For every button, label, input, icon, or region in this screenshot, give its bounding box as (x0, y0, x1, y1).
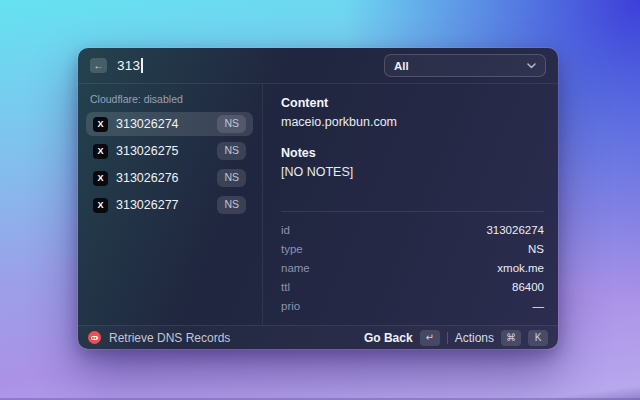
domain-favicon-icon: X (93, 171, 108, 186)
metadata-row: name xmok.me (281, 258, 544, 277)
record-id-label: 313026276 (116, 171, 179, 185)
metadata-label: prio (281, 300, 300, 312)
command-key-icon: ⌘ (501, 330, 521, 346)
text-cursor (141, 58, 143, 73)
metadata-value: 86400 (512, 281, 544, 293)
record-detail-panel: Content maceio.porkbun.com Notes [NO NOT… (263, 84, 558, 325)
main-body: Cloudflare: disabled X 313026274 NS X 31… (78, 84, 558, 325)
record-id-label: 313026274 (116, 117, 179, 131)
metadata-table: id 313026274 type NS name xmok.me ttl 86… (281, 211, 544, 325)
metadata-value: 313026274 (486, 224, 544, 236)
desktop-background: { "icons": { "back": "←", "return_key": … (0, 0, 640, 400)
filter-selected-value: All (394, 60, 409, 72)
footer-divider (447, 332, 448, 344)
back-button[interactable]: ← (90, 58, 107, 73)
footer-actions: Go Back ↵ Actions ⌘ K (364, 330, 548, 346)
list-item[interactable]: X 313026276 NS (86, 166, 253, 190)
return-key-icon: ↵ (420, 330, 440, 346)
metadata-row: prio — (281, 296, 544, 315)
actions-label: Actions (455, 331, 494, 345)
filter-dropdown[interactable]: All (384, 54, 546, 77)
list-section-title: Cloudflare: disabled (86, 90, 253, 112)
back-arrow-icon: ← (94, 61, 104, 71)
record-type-badge: NS (217, 115, 246, 133)
metadata-label: type (281, 243, 303, 255)
record-id-label: 313026275 (116, 144, 179, 158)
chevron-down-icon (527, 63, 536, 69)
list-item[interactable]: X 313026274 NS (86, 112, 253, 136)
action-bar: Retrieve DNS Records Go Back ↵ Actions ⌘… (78, 325, 558, 349)
record-type-badge: NS (217, 142, 246, 160)
metadata-label: id (281, 224, 290, 236)
metadata-label: name (281, 262, 310, 274)
metadata-label: ttl (281, 281, 290, 293)
domain-favicon-icon: X (93, 198, 108, 213)
porkbun-logo-icon (88, 331, 101, 344)
content-heading: Content (281, 96, 544, 110)
go-back-label: Go Back (364, 331, 413, 345)
notes-heading: Notes (281, 146, 544, 160)
dns-record-list: Cloudflare: disabled X 313026274 NS X 31… (78, 84, 263, 325)
raycast-window: ← 313 All Cloudflare: disabled X 3130262… (78, 48, 558, 349)
search-header: ← 313 All (78, 48, 558, 84)
list-item[interactable]: X 313026275 NS (86, 139, 253, 163)
metadata-row: ttl 86400 (281, 277, 544, 296)
record-type-badge: NS (217, 196, 246, 214)
k-key-label: K (528, 330, 548, 346)
command-name: Retrieve DNS Records (109, 331, 230, 345)
notes-value: [NO NOTES] (281, 165, 544, 179)
content-value: maceio.porkbun.com (281, 115, 544, 129)
search-value: 313 (117, 58, 140, 73)
go-back-button[interactable]: Go Back ↵ (364, 330, 440, 346)
metadata-value: NS (528, 243, 544, 255)
record-type-badge: NS (217, 169, 246, 187)
metadata-value: — (533, 300, 545, 312)
domain-favicon-icon: X (93, 144, 108, 159)
list-item[interactable]: X 313026277 NS (86, 193, 253, 217)
record-id-label: 313026277 (116, 198, 179, 212)
metadata-value: xmok.me (497, 262, 544, 274)
metadata-row: id 313026274 (281, 220, 544, 239)
metadata-row: type NS (281, 239, 544, 258)
actions-menu-button[interactable]: Actions ⌘ K (455, 330, 548, 346)
search-input[interactable]: 313 (117, 58, 143, 73)
domain-favicon-icon: X (93, 117, 108, 132)
